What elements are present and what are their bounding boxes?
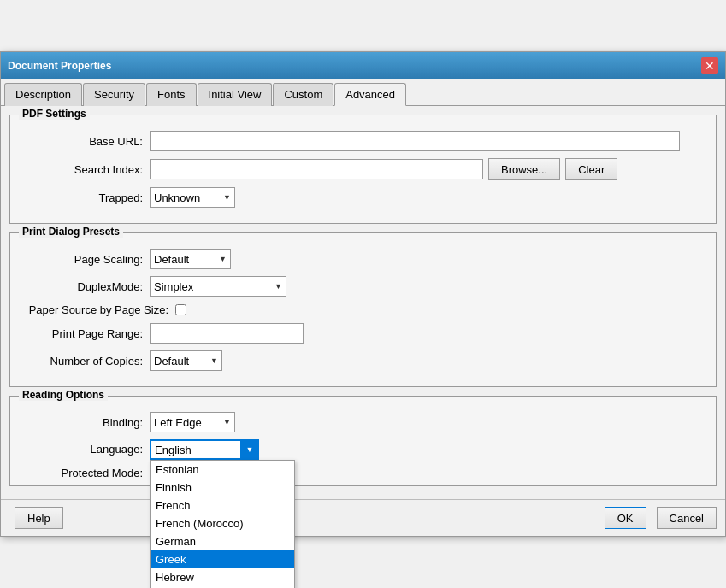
language-option-french[interactable]: French [151, 497, 294, 514]
print-range-input[interactable] [150, 323, 304, 344]
close-button[interactable]: ✕ [701, 57, 718, 74]
protected-mode-row: Protected Mode: Off [23, 467, 703, 479]
copies-select[interactable]: Default 1 2 [150, 350, 222, 371]
title-bar: Document Properties ✕ [1, 52, 725, 79]
tab-content: PDF Settings Base URL: Search Index: Bro… [1, 106, 725, 499]
pdf-settings-section: PDF Settings Base URL: Search Index: Bro… [9, 115, 717, 224]
language-dropdown-container: ▼ Estonian Finnish French French (Morocc… [150, 439, 259, 460]
binding-label: Binding: [23, 416, 143, 429]
bottom-bar: Help OK Cancel [1, 499, 725, 536]
tab-advanced[interactable]: Advanced [334, 83, 406, 106]
print-dialog-title: Print Dialog Presets [19, 226, 123, 238]
language-label: Language: [23, 443, 143, 456]
language-dropdown-list: Estonian Finnish French French (Morocco)… [150, 460, 295, 588]
reading-options-section: Reading Options Binding: Left Edge Right… [9, 396, 717, 486]
help-button[interactable]: Help [15, 507, 63, 529]
reading-options-title: Reading Options [19, 389, 108, 401]
page-scaling-wrap: Default None Fit to Page [150, 249, 231, 269]
duplex-label: DuplexMode: [23, 280, 143, 293]
language-row: Language: ▼ Estonian Finnish French Fren… [23, 439, 703, 460]
copies-row: Number of Copies: Default 1 2 [23, 350, 703, 371]
language-option-estonian[interactable]: Estonian [151, 461, 294, 479]
tab-security[interactable]: Security [83, 83, 145, 106]
base-url-input[interactable] [150, 131, 680, 151]
clear-button[interactable]: Clear [565, 158, 617, 180]
duplex-row: DuplexMode: Simplex Duplex Flip Long Edg… [23, 276, 703, 297]
print-range-label: Print Page Range: [23, 327, 143, 340]
language-option-hebrew[interactable]: Hebrew [151, 568, 294, 586]
language-list-scroll[interactable]: Estonian Finnish French French (Morocco)… [151, 461, 294, 588]
page-scaling-select[interactable]: Default None Fit to Page [150, 249, 231, 269]
base-url-row: Base URL: [23, 131, 703, 151]
ok-button[interactable]: OK [605, 507, 646, 529]
trapped-select-wrap: Unknown Yes No [150, 187, 235, 208]
tab-initial-view[interactable]: Initial View [198, 83, 273, 106]
trapped-select[interactable]: Unknown Yes No [150, 187, 235, 208]
tab-description[interactable]: Description [4, 83, 82, 106]
print-dialog-section: Print Dialog Presets Page Scaling: Defau… [9, 232, 717, 387]
pdf-settings-title: PDF Settings [19, 108, 90, 120]
tab-bar: Description Security Fonts Initial View … [1, 79, 725, 106]
binding-select[interactable]: Left Edge Right Edge [150, 412, 235, 432]
cancel-button[interactable]: Cancel [657, 507, 717, 529]
binding-wrap: Left Edge Right Edge [150, 412, 235, 432]
trapped-label: Trapped: [23, 191, 143, 204]
trapped-row: Trapped: Unknown Yes No [23, 187, 703, 208]
language-option-german[interactable]: German [151, 532, 294, 550]
browse-button[interactable]: Browse... [488, 158, 560, 180]
bottom-right-buttons: OK Cancel [599, 507, 717, 529]
copies-wrap: Default 1 2 [150, 350, 222, 371]
tab-fonts[interactable]: Fonts [146, 83, 197, 106]
paper-source-label: Paper Source by Page Size: [23, 303, 168, 316]
page-scaling-row: Page Scaling: Default None Fit to Page [23, 249, 703, 269]
search-index-row: Search Index: Browse... Clear [23, 158, 703, 180]
base-url-label: Base URL: [23, 135, 143, 148]
language-option-finnish[interactable]: Finnish [151, 479, 294, 497]
page-scaling-label: Page Scaling: [23, 253, 143, 266]
language-option-greek[interactable]: Greek [151, 550, 294, 568]
document-properties-window: Document Properties ✕ Description Securi… [0, 51, 726, 537]
search-index-label: Search Index: [23, 163, 143, 176]
paper-source-row: Paper Source by Page Size: [23, 303, 703, 316]
duplex-select[interactable]: Simplex Duplex Flip Long Edge Duplex Fli… [150, 276, 286, 297]
protected-mode-label: Protected Mode: [23, 467, 143, 479]
duplex-wrap: Simplex Duplex Flip Long Edge Duplex Fli… [150, 276, 286, 297]
language-option-french-morocco[interactable]: French (Morocco) [151, 514, 294, 532]
print-range-row: Print Page Range: [23, 323, 703, 344]
tab-custom[interactable]: Custom [273, 83, 333, 106]
language-dropdown-arrow[interactable]: ▼ [240, 439, 259, 460]
copies-label: Number of Copies: [23, 355, 143, 368]
search-index-input[interactable] [150, 159, 483, 179]
paper-source-checkbox[interactable] [175, 304, 186, 315]
window-title: Document Properties [8, 60, 111, 72]
binding-row: Binding: Left Edge Right Edge [23, 412, 703, 432]
